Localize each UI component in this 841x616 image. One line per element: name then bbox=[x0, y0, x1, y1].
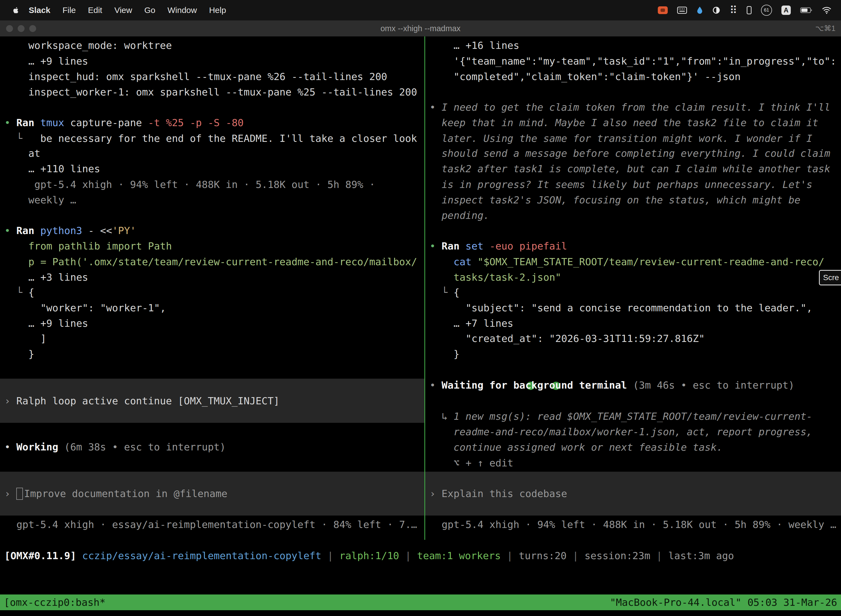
text-segment: | bbox=[567, 550, 585, 561]
prompt-input[interactable]: › Improve documentation in @filename bbox=[0, 472, 424, 516]
screen: Slack FileEditViewGoWindowHelp ⠿61A omx … bbox=[0, 0, 841, 616]
pane-divider[interactable] bbox=[424, 37, 425, 540]
text-segment: capture-pane bbox=[70, 117, 148, 128]
battery-percentage-badge[interactable]: 61 bbox=[761, 5, 772, 16]
text-segment: tasks/task-2.json" bbox=[454, 271, 561, 283]
text-segment: • bbox=[429, 101, 441, 113]
terminal-line: weekly … bbox=[0, 192, 424, 208]
terminal-line: task2 after task1 is complete, but can I… bbox=[425, 161, 841, 177]
text-segment: … +3 lines bbox=[28, 271, 88, 283]
text-segment: • bbox=[429, 380, 441, 391]
text-segment: "completed","claim_token":"claim-token"}… bbox=[454, 71, 741, 82]
terminal-line: at bbox=[0, 146, 424, 161]
minimize-button[interactable] bbox=[18, 25, 25, 32]
text-segment: Improve documentation in @filename bbox=[24, 488, 227, 499]
menu-item-view[interactable]: View bbox=[108, 6, 138, 15]
menu-bar-status-icons: ⠿61A bbox=[658, 5, 832, 16]
omx-status-line: [OMX#0.11.9] cczip/essay/ai-reimplementa… bbox=[4, 548, 841, 563]
text-segment: turns:20 bbox=[519, 550, 567, 561]
device-icon[interactable] bbox=[747, 6, 752, 14]
dots-grid-icon[interactable]: ⠿ bbox=[730, 5, 737, 15]
clipped-overlay-window[interactable]: Scre bbox=[819, 270, 841, 285]
text-segment: - << bbox=[88, 225, 112, 236]
apple-menu[interactable] bbox=[12, 6, 20, 15]
text-segment: continue assigned work or next feasible … bbox=[454, 441, 722, 453]
apple-logo-icon bbox=[12, 6, 20, 15]
terminal-line: } bbox=[0, 346, 424, 362]
terminal-line: gpt-5.4 xhigh · essay/ai-reimplementatio… bbox=[0, 517, 424, 532]
terminal-line: } bbox=[425, 346, 841, 362]
droplet-icon[interactable] bbox=[696, 6, 703, 14]
tmux-host-clock: "MacBook-Pro-44.local" 05:03 31-Mar-26 bbox=[610, 594, 837, 610]
terminal-line: … +110 lines bbox=[0, 161, 424, 177]
left-terminal-pane[interactable]: workspace_mode: worktree… +9 linesinspec… bbox=[0, 37, 424, 540]
text-segment: { bbox=[28, 287, 35, 298]
text-segment: • bbox=[4, 441, 16, 453]
input-source-icon[interactable]: A bbox=[781, 6, 791, 15]
circle-app-icon[interactable] bbox=[712, 6, 720, 14]
text-segment: "created_at": "2026-03-31T11:59:27.816Z" bbox=[466, 333, 705, 344]
terminal-line: later. Using the same for transition mig… bbox=[425, 131, 841, 146]
text-segment: (3m 46s • esc to interrupt) bbox=[633, 380, 794, 391]
menu-item-go[interactable]: Go bbox=[138, 6, 161, 15]
battery-icon[interactable] bbox=[800, 7, 812, 13]
app-menu-slack[interactable]: Slack bbox=[23, 6, 56, 15]
menu-item-file[interactable]: File bbox=[56, 6, 82, 15]
menu-item-edit[interactable]: Edit bbox=[82, 6, 108, 15]
zoom-button[interactable] bbox=[29, 25, 36, 32]
text-segment: gpt-5.4 xhigh · 94% left · 488K in · 5.1… bbox=[441, 519, 836, 530]
menu-item-help[interactable]: Help bbox=[203, 6, 232, 15]
close-button[interactable] bbox=[6, 25, 13, 32]
text-segment: readme-and-reco/mailbox/worker-1.json, a… bbox=[454, 426, 812, 437]
text-segment: | bbox=[501, 550, 519, 561]
text-segment: └ bbox=[16, 287, 28, 298]
text-segment: • bbox=[4, 225, 16, 236]
text-segment: … +9 lines bbox=[28, 56, 88, 67]
terminal-line: … +3 lines bbox=[0, 270, 424, 285]
text-segment: task2 after task1 is complete, but can I… bbox=[441, 163, 830, 175]
text-segment: pending. bbox=[441, 210, 489, 221]
right-terminal-pane[interactable]: … +16 lines'{"team_name":"my-team","task… bbox=[425, 37, 841, 540]
text-segment: -t %25 -p -S -80 bbox=[148, 117, 244, 128]
text-segment: } bbox=[454, 348, 460, 359]
text-segment: • bbox=[4, 117, 16, 128]
window-titlebar[interactable]: omx --xhigh --madmax ⌥⌘1 bbox=[0, 21, 841, 37]
tmux-session-label: [omx-cczip0:bash* bbox=[4, 594, 105, 610]
menu-item-window[interactable]: Window bbox=[161, 6, 203, 15]
terminal-line: keep that in mind. Maybe I also need the… bbox=[425, 115, 841, 131]
screen-recording-indicator[interactable] bbox=[658, 6, 668, 14]
terminal-line: is in progress? It seems likely but perh… bbox=[425, 177, 841, 192]
terminal-line: ↳ 1 new msg(s): read $OMX_TEAM_STATE_ROO… bbox=[425, 409, 841, 424]
menu-list: FileEditViewGoWindowHelp bbox=[56, 6, 232, 15]
text-segment: Working bbox=[16, 441, 64, 453]
terminal-line: • I need to get the claim token from the… bbox=[425, 100, 841, 115]
terminal-line: • Working (6m 38s • esc to interrupt) bbox=[0, 439, 424, 455]
text-segment: tmux bbox=[40, 117, 70, 128]
wifi-icon[interactable] bbox=[822, 6, 832, 14]
terminal-line: • Waiting for background terminal (3m 46… bbox=[425, 378, 841, 393]
text-segment: be necessary for the end of the README. … bbox=[40, 133, 417, 144]
ralph-loop-banner: › Ralph loop active continue [OMX_TMUX_I… bbox=[0, 378, 424, 423]
menu-bar: Slack FileEditViewGoWindowHelp ⠿61A bbox=[0, 0, 841, 21]
text-segment: python3 bbox=[40, 225, 88, 236]
text-segment: ↳ bbox=[441, 411, 453, 422]
window-title: omx --xhigh --madmax bbox=[0, 21, 841, 37]
overlay-text: Scre bbox=[823, 273, 839, 282]
terminal-line: • Ran set -euo pipefail bbox=[425, 238, 841, 254]
text-segment: session:23m bbox=[585, 550, 650, 561]
terminal-line: … +9 lines bbox=[0, 316, 424, 331]
terminal-line: … +16 lines bbox=[425, 38, 841, 53]
terminal-line: inspect_hud: omx sparkshell --tmux-pane … bbox=[0, 69, 424, 84]
keyboard-icon[interactable] bbox=[677, 7, 687, 14]
terminal-line: "subject": "send a concise recommendatio… bbox=[425, 300, 841, 316]
terminal-line: └ { bbox=[0, 285, 424, 300]
prompt-suggestion[interactable]: › Explain this codebase bbox=[425, 472, 841, 516]
text-segment: ⌥ + ↑ edit bbox=[454, 457, 513, 469]
text-segment: Explain this codebase bbox=[441, 488, 567, 499]
terminal-line: "worker": "worker-1", bbox=[0, 300, 424, 316]
text-cursor bbox=[16, 488, 23, 500]
terminal-line: pending. bbox=[425, 208, 841, 223]
terminal-line: • Ran python3 - <<'PY' bbox=[0, 223, 424, 238]
terminal-line: └ be necessary for the end of the README… bbox=[0, 131, 424, 146]
terminal-line: … +9 lines bbox=[0, 54, 424, 69]
